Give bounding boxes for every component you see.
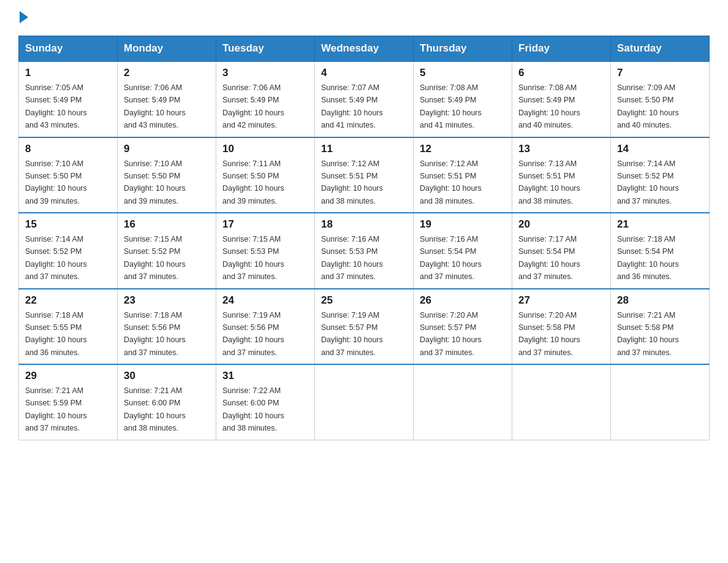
calendar-cell: 28 Sunrise: 7:21 AMSunset: 5:58 PMDaylig… [611,289,710,365]
day-number: 9 [124,143,210,155]
week-row-3: 15 Sunrise: 7:14 AMSunset: 5:52 PMDaylig… [19,213,710,289]
day-number: 31 [222,370,308,382]
calendar-cell: 27 Sunrise: 7:20 AMSunset: 5:58 PMDaylig… [512,289,611,365]
calendar-cell: 13 Sunrise: 7:13 AMSunset: 5:51 PMDaylig… [512,137,611,213]
calendar-cell: 25 Sunrise: 7:19 AMSunset: 5:57 PMDaylig… [315,289,414,365]
calendar-header-row: SundayMondayTuesdayWednesdayThursdayFrid… [19,36,710,62]
day-info: Sunrise: 7:16 AMSunset: 5:53 PMDaylight:… [321,235,383,281]
calendar-cell: 19 Sunrise: 7:16 AMSunset: 5:54 PMDaylig… [414,213,512,289]
calendar-cell: 8 Sunrise: 7:10 AMSunset: 5:50 PMDayligh… [19,137,118,213]
day-number: 8 [25,143,111,155]
day-info: Sunrise: 7:13 AMSunset: 5:51 PMDaylight:… [518,159,580,205]
calendar-cell: 31 Sunrise: 7:22 AMSunset: 6:00 PMDaylig… [216,364,315,440]
calendar-cell: 7 Sunrise: 7:09 AMSunset: 5:50 PMDayligh… [611,61,710,137]
day-number: 28 [617,294,703,307]
day-info: Sunrise: 7:08 AMSunset: 5:49 PMDaylight:… [518,83,580,129]
day-number: 11 [321,143,407,155]
day-info: Sunrise: 7:11 AMSunset: 5:50 PMDaylight:… [222,159,284,205]
calendar-cell: 26 Sunrise: 7:20 AMSunset: 5:57 PMDaylig… [414,289,512,365]
day-info: Sunrise: 7:10 AMSunset: 5:50 PMDaylight:… [124,159,186,205]
day-info: Sunrise: 7:14 AMSunset: 5:52 PMDaylight:… [25,235,87,281]
column-header-thursday: Thursday [414,36,512,62]
calendar-cell: 10 Sunrise: 7:11 AMSunset: 5:50 PMDaylig… [216,137,315,213]
calendar-cell: 29 Sunrise: 7:21 AMSunset: 5:59 PMDaylig… [19,364,118,440]
day-number: 25 [321,294,407,307]
calendar-cell: 15 Sunrise: 7:14 AMSunset: 5:52 PMDaylig… [19,213,118,289]
calendar-cell: 23 Sunrise: 7:18 AMSunset: 5:56 PMDaylig… [118,289,216,365]
day-number: 7 [617,67,703,79]
day-info: Sunrise: 7:12 AMSunset: 5:51 PMDaylight:… [321,159,383,205]
day-info: Sunrise: 7:05 AMSunset: 5:49 PMDaylight:… [25,83,87,129]
calendar-cell: 4 Sunrise: 7:07 AMSunset: 5:49 PMDayligh… [315,61,414,137]
day-info: Sunrise: 7:06 AMSunset: 5:49 PMDaylight:… [222,83,284,129]
calendar-cell: 20 Sunrise: 7:17 AMSunset: 5:54 PMDaylig… [512,213,611,289]
logo-blue-part [18,12,28,23]
page-header [18,12,710,23]
day-info: Sunrise: 7:20 AMSunset: 5:58 PMDaylight:… [518,311,580,357]
calendar-cell: 30 Sunrise: 7:21 AMSunset: 6:00 PMDaylig… [118,364,216,440]
calendar-cell: 21 Sunrise: 7:18 AMSunset: 5:54 PMDaylig… [611,213,710,289]
day-number: 5 [420,67,506,79]
day-info: Sunrise: 7:15 AMSunset: 5:52 PMDaylight:… [124,235,186,281]
day-number: 15 [25,218,111,231]
day-info: Sunrise: 7:06 AMSunset: 5:49 PMDaylight:… [124,83,186,129]
day-number: 20 [518,218,604,231]
day-number: 29 [25,370,111,382]
column-header-sunday: Sunday [19,36,118,62]
day-info: Sunrise: 7:18 AMSunset: 5:56 PMDaylight:… [124,311,186,357]
day-info: Sunrise: 7:19 AMSunset: 5:56 PMDaylight:… [222,311,284,357]
day-info: Sunrise: 7:21 AMSunset: 6:00 PMDaylight:… [124,386,186,432]
day-info: Sunrise: 7:21 AMSunset: 5:59 PMDaylight:… [25,386,87,432]
day-number: 24 [222,294,308,307]
day-number: 2 [124,67,210,79]
day-number: 26 [420,294,506,307]
day-info: Sunrise: 7:19 AMSunset: 5:57 PMDaylight:… [321,311,383,357]
day-number: 23 [124,294,210,307]
calendar-cell: 11 Sunrise: 7:12 AMSunset: 5:51 PMDaylig… [315,137,414,213]
calendar-cell: 22 Sunrise: 7:18 AMSunset: 5:55 PMDaylig… [19,289,118,365]
calendar-cell: 16 Sunrise: 7:15 AMSunset: 5:52 PMDaylig… [118,213,216,289]
day-number: 10 [222,143,308,155]
day-number: 3 [222,67,308,79]
calendar-cell [512,364,611,440]
calendar-cell: 17 Sunrise: 7:15 AMSunset: 5:53 PMDaylig… [216,213,315,289]
day-number: 18 [321,218,407,231]
day-info: Sunrise: 7:22 AMSunset: 6:00 PMDaylight:… [222,386,284,432]
column-header-saturday: Saturday [611,36,710,62]
day-number: 21 [617,218,703,231]
day-number: 16 [124,218,210,231]
calendar-cell: 12 Sunrise: 7:12 AMSunset: 5:51 PMDaylig… [414,137,512,213]
week-row-4: 22 Sunrise: 7:18 AMSunset: 5:55 PMDaylig… [19,289,710,365]
day-number: 19 [420,218,506,231]
column-header-friday: Friday [512,36,611,62]
calendar-cell: 24 Sunrise: 7:19 AMSunset: 5:56 PMDaylig… [216,289,315,365]
day-info: Sunrise: 7:08 AMSunset: 5:49 PMDaylight:… [420,83,482,129]
calendar-cell: 5 Sunrise: 7:08 AMSunset: 5:49 PMDayligh… [414,61,512,137]
day-number: 14 [617,143,703,155]
day-info: Sunrise: 7:17 AMSunset: 5:54 PMDaylight:… [518,235,580,281]
calendar-cell: 9 Sunrise: 7:10 AMSunset: 5:50 PMDayligh… [118,137,216,213]
day-number: 27 [518,294,604,307]
day-info: Sunrise: 7:15 AMSunset: 5:53 PMDaylight:… [222,235,284,281]
day-info: Sunrise: 7:12 AMSunset: 5:51 PMDaylight:… [420,159,482,205]
day-info: Sunrise: 7:16 AMSunset: 5:54 PMDaylight:… [420,235,482,281]
week-row-5: 29 Sunrise: 7:21 AMSunset: 5:59 PMDaylig… [19,364,710,440]
day-number: 17 [222,218,308,231]
day-info: Sunrise: 7:18 AMSunset: 5:55 PMDaylight:… [25,311,87,357]
calendar-cell [315,364,414,440]
column-header-monday: Monday [118,36,216,62]
day-number: 12 [420,143,506,155]
day-info: Sunrise: 7:20 AMSunset: 5:57 PMDaylight:… [420,311,482,357]
day-number: 1 [25,67,111,79]
logo [18,12,28,23]
column-header-wednesday: Wednesday [315,36,414,62]
day-info: Sunrise: 7:14 AMSunset: 5:52 PMDaylight:… [617,159,679,205]
week-row-1: 1 Sunrise: 7:05 AMSunset: 5:49 PMDayligh… [19,61,710,137]
day-number: 13 [518,143,604,155]
calendar-cell: 1 Sunrise: 7:05 AMSunset: 5:49 PMDayligh… [19,61,118,137]
day-number: 4 [321,67,407,79]
day-info: Sunrise: 7:09 AMSunset: 5:50 PMDaylight:… [617,83,679,129]
day-info: Sunrise: 7:10 AMSunset: 5:50 PMDaylight:… [25,159,87,205]
logo-triangle-icon [20,11,28,23]
calendar-cell: 6 Sunrise: 7:08 AMSunset: 5:49 PMDayligh… [512,61,611,137]
